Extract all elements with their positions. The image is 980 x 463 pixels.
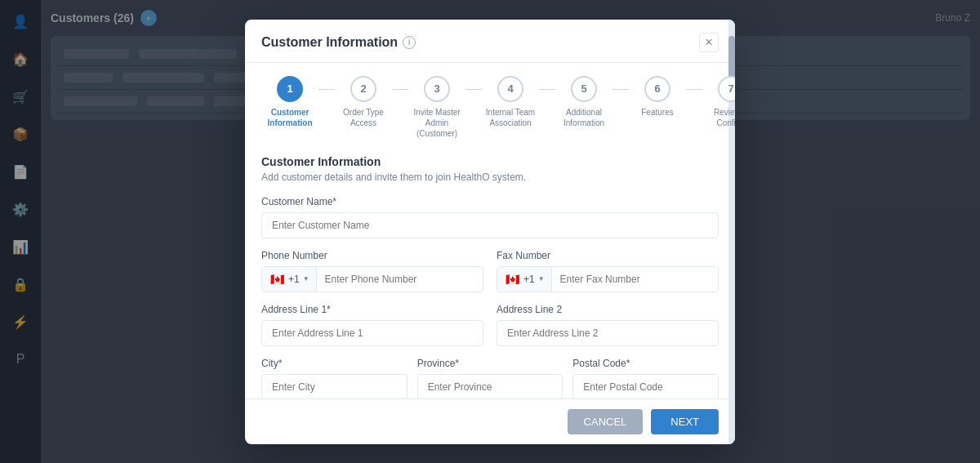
step-circle-7: 7 bbox=[718, 76, 735, 102]
province-label: Province* bbox=[417, 358, 564, 369]
step-circle-2: 2 bbox=[350, 76, 376, 102]
customer-info-modal: Customer Information i × 1 CustomerInfor… bbox=[245, 20, 735, 444]
step-3[interactable]: 3 Invite MasterAdmin (Customer) bbox=[408, 76, 466, 139]
step-label-3: Invite MasterAdmin (Customer) bbox=[408, 107, 466, 139]
postal-label: Postal Code* bbox=[572, 358, 719, 369]
step-circle-1: 1 bbox=[277, 76, 303, 102]
address1-input[interactable] bbox=[261, 320, 483, 346]
step-connector-3 bbox=[466, 89, 482, 90]
city-label: City* bbox=[261, 358, 408, 369]
address2-label: Address Line 2 bbox=[497, 304, 719, 315]
step-1[interactable]: 1 CustomerInformation bbox=[261, 76, 318, 128]
step-6[interactable]: 6 Features bbox=[629, 76, 686, 118]
province-input[interactable] bbox=[417, 374, 564, 398]
fax-code: +1 bbox=[523, 274, 535, 285]
fax-input[interactable] bbox=[552, 267, 718, 292]
fax-flag-icon: 🇨🇦 bbox=[504, 274, 520, 285]
section-desc: Add customer details and invite them to … bbox=[261, 171, 719, 183]
city-input[interactable] bbox=[261, 374, 408, 398]
step-connector-2 bbox=[392, 89, 408, 90]
close-button[interactable]: × bbox=[699, 33, 719, 52]
address-row: Address Line 1* Address Line 2 bbox=[261, 304, 719, 358]
step-4[interactable]: 4 Internal TeamAssociation bbox=[482, 76, 539, 128]
info-icon[interactable]: i bbox=[403, 36, 416, 49]
phone-flag-select[interactable]: 🇨🇦 +1 ▼ bbox=[262, 267, 317, 292]
customer-name-label: Customer Name* bbox=[261, 196, 719, 207]
province-group: Province* bbox=[417, 358, 564, 398]
phone-fax-row: Phone Number 🇨🇦 +1 ▼ Fax Number bbox=[261, 250, 719, 304]
step-label-1: CustomerInformation bbox=[268, 107, 313, 128]
step-7[interactable]: 7 Review & Confirm bbox=[702, 76, 735, 128]
customer-name-group: Customer Name* bbox=[261, 196, 719, 238]
city-province-postal-row: City* Province* Postal Code* bbox=[261, 358, 719, 398]
step-label-4: Internal TeamAssociation bbox=[486, 107, 535, 128]
phone-input[interactable] bbox=[317, 267, 483, 292]
postal-input[interactable] bbox=[572, 374, 719, 398]
stepper: 1 CustomerInformation 2 Order Type Acces… bbox=[245, 63, 735, 142]
step-label-6: Features bbox=[641, 107, 673, 118]
step-label-7: Review & Confirm bbox=[702, 107, 735, 128]
postal-group: Postal Code* bbox=[572, 358, 719, 398]
address2-input[interactable] bbox=[497, 320, 719, 346]
step-2[interactable]: 2 Order Type Access bbox=[335, 76, 392, 128]
fax-label: Fax Number bbox=[497, 250, 719, 261]
step-5[interactable]: 5 AdditionalInformation bbox=[555, 76, 612, 128]
modal-footer: CANCEL NEXT bbox=[245, 398, 735, 444]
step-circle-6: 6 bbox=[644, 76, 670, 102]
phone-input-group: 🇨🇦 +1 ▼ bbox=[261, 266, 483, 292]
customer-name-input[interactable] bbox=[261, 212, 719, 238]
fax-input-group: 🇨🇦 +1 ▼ bbox=[497, 266, 719, 292]
modal-title: Customer Information i bbox=[261, 35, 416, 50]
cancel-button[interactable]: CANCEL bbox=[568, 409, 644, 434]
next-button[interactable]: NEXT bbox=[651, 409, 719, 434]
phone-label: Phone Number bbox=[261, 250, 483, 261]
step-label-2: Order Type Access bbox=[335, 107, 392, 128]
phone-code: +1 bbox=[288, 274, 300, 285]
modal-body: Customer Information Add customer detail… bbox=[245, 142, 735, 398]
step-connector-4 bbox=[539, 89, 555, 90]
step-circle-5: 5 bbox=[571, 76, 597, 102]
address1-label: Address Line 1* bbox=[261, 304, 483, 315]
step-connector-5 bbox=[612, 89, 629, 90]
modal-overlay: Customer Information i × 1 CustomerInfor… bbox=[0, 0, 980, 463]
step-label-5: AdditionalInformation bbox=[564, 107, 604, 128]
address1-group: Address Line 1* bbox=[261, 304, 483, 346]
fax-group: Fax Number 🇨🇦 +1 ▼ bbox=[497, 250, 719, 292]
phone-chevron-icon: ▼ bbox=[303, 275, 310, 283]
phone-flag-icon: 🇨🇦 bbox=[269, 274, 285, 285]
fax-chevron-icon: ▼ bbox=[538, 275, 545, 283]
step-circle-3: 3 bbox=[424, 76, 450, 102]
section-title: Customer Information bbox=[261, 155, 719, 168]
city-group: City* bbox=[261, 358, 408, 398]
modal-title-text: Customer Information bbox=[261, 35, 398, 50]
step-circle-4: 4 bbox=[497, 76, 523, 102]
modal-header: Customer Information i × bbox=[245, 20, 735, 63]
step-connector-1 bbox=[318, 89, 335, 90]
step-connector-6 bbox=[686, 89, 702, 90]
phone-group: Phone Number 🇨🇦 +1 ▼ bbox=[261, 250, 483, 292]
address2-group: Address Line 2 bbox=[497, 304, 719, 346]
fax-flag-select[interactable]: 🇨🇦 +1 ▼ bbox=[497, 267, 552, 292]
section-header: Customer Information Add customer detail… bbox=[261, 155, 719, 183]
